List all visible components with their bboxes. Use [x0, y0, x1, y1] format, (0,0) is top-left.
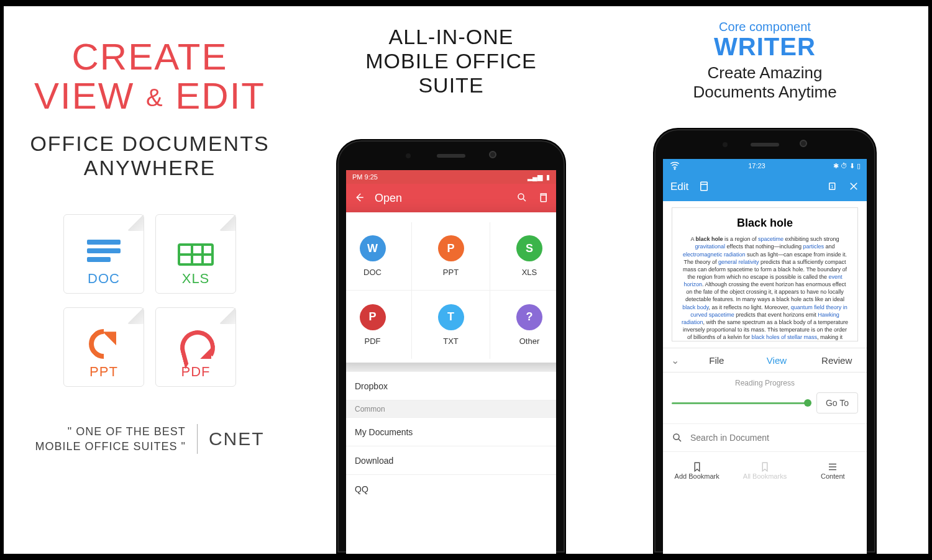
progress-slider[interactable] — [672, 402, 810, 404]
list-item-mydocuments[interactable]: My Documents — [346, 417, 556, 446]
svg-point-6 — [674, 434, 679, 440]
list-section-common: Common — [346, 400, 556, 417]
reading-progress: Reading Progress Go To — [663, 373, 867, 420]
filetype-badge: S — [516, 235, 542, 261]
panel3-subhead: Create Amazing Documents Anytime — [606, 63, 923, 102]
quote-source: CNET — [209, 428, 265, 449]
bookmark-icon — [759, 461, 770, 472]
panel-marketing: CREATE VIEW & EDIT OFFICE DOCUMENTS ANYW… — [4, 6, 296, 554]
phone-frame: 17:23 ✱ ⏱ ⬇ ▯ Edit 1 — [653, 128, 877, 554]
app-header: Open — [346, 184, 556, 212]
page-icon[interactable] — [698, 181, 710, 194]
filetype-label: Other — [519, 336, 540, 346]
header-title: Open — [375, 192, 402, 205]
app-header: Edit 1 — [663, 173, 867, 201]
action-all-bookmarks: All Bookmarks — [731, 452, 798, 489]
search-placeholder: Search in Document — [690, 433, 769, 443]
svg-rect-3 — [701, 182, 708, 191]
core-component-label: Core component — [606, 20, 923, 34]
filetype-label: XLS — [522, 268, 537, 277]
tool-tabs: ⌄ File View Review — [663, 348, 867, 373]
tile-label: PPT — [89, 364, 118, 380]
status-bar: PM 9:25 ▂▄▆ ▮ — [346, 170, 556, 184]
status-time: PM 9:25 — [352, 173, 378, 181]
reading-label: Reading Progress — [672, 379, 858, 387]
filetype-badge: ? — [516, 304, 542, 330]
xls-icon — [178, 243, 214, 266]
panel-writer: Core component WRITER Create Amazing Doc… — [606, 6, 923, 554]
list-item-qq[interactable]: QQ — [346, 474, 556, 503]
pages-icon[interactable]: 1 — [827, 181, 838, 194]
svg-rect-1 — [541, 195, 546, 202]
list-item-dropbox[interactable]: Dropbox — [346, 371, 556, 400]
tile-pdf: PDF — [155, 307, 236, 387]
phone-frame: PM 9:25 ▂▄▆ ▮ Open — [336, 139, 566, 554]
bottom-actions: Add Bookmark All Bookmarks Content — [663, 452, 867, 489]
panel-all-in-one: ALL-IN-ONE MOBILE OFFICE SUITE PM 9:25 ▂… — [296, 6, 606, 554]
ppt-icon — [89, 329, 119, 359]
tile-xls: XLS — [155, 214, 236, 294]
status-icons: ✱ ⏱ ⬇ ▯ — [833, 162, 861, 170]
tab-view[interactable]: View — [747, 355, 807, 366]
headline: CREATE VIEW & EDIT — [16, 37, 283, 115]
doc-title: Black hole — [681, 215, 849, 230]
svg-text:1: 1 — [831, 184, 833, 189]
format-tiles: DOC XLS PPT PDF — [63, 214, 236, 387]
filetype-ppt[interactable]: PPPT — [412, 222, 490, 291]
tile-doc: DOC — [63, 214, 144, 294]
search-icon[interactable] — [516, 192, 528, 205]
press-quote: " ONE OF THE BEST MOBILE OFFICE SUITES "… — [16, 424, 283, 454]
filetype-badge: T — [438, 304, 464, 330]
filetype-txt[interactable]: TTXT — [412, 291, 490, 359]
writer-label: WRITER — [606, 33, 923, 61]
document-page[interactable]: Black hole A black hole is a region of s… — [672, 207, 858, 341]
back-icon[interactable] — [354, 192, 365, 205]
search-icon — [672, 432, 683, 443]
doc-icon — [87, 236, 121, 266]
goto-button[interactable]: Go To — [816, 392, 858, 413]
tab-file[interactable]: File — [687, 355, 747, 366]
filetype-badge: P — [438, 235, 464, 261]
panel2-headline: ALL-IN-ONE MOBILE OFFICE SUITE — [296, 25, 606, 97]
filetype-label: TXT — [443, 336, 459, 346]
header-title: Edit — [670, 181, 688, 193]
status-bar: 17:23 ✱ ⏱ ⬇ ▯ — [663, 159, 867, 173]
bookmark-icon — [692, 461, 703, 472]
svg-point-0 — [518, 194, 524, 199]
svg-point-2 — [674, 168, 675, 169]
copy-icon[interactable] — [537, 192, 549, 205]
subheadline: OFFICE DOCUMENTS ANYWHERE — [16, 132, 283, 180]
doc-body: A black hole is a region of spacetime ex… — [681, 235, 849, 341]
pdf-icon — [180, 330, 211, 359]
filetype-label: PDF — [365, 336, 381, 346]
filetype-doc[interactable]: WDOC — [346, 222, 412, 291]
tab-review[interactable]: Review — [806, 355, 867, 366]
list-icon — [827, 461, 838, 472]
filetype-other[interactable]: ?Other — [490, 291, 556, 359]
filetype-xls[interactable]: SXLS — [490, 222, 556, 291]
status-time: 17:23 — [748, 162, 765, 169]
filetype-label: DOC — [363, 268, 381, 277]
wifi-icon — [669, 160, 680, 172]
chevron-down-icon[interactable]: ⌄ — [663, 355, 687, 366]
filetype-badge: P — [360, 304, 386, 330]
filetype-label: PPT — [443, 268, 459, 277]
locations-list: Dropbox Common My Documents Download QQ — [346, 371, 556, 503]
tile-label: DOC — [88, 271, 120, 287]
list-item-download[interactable]: Download — [346, 446, 556, 474]
tile-label: XLS — [182, 271, 210, 287]
action-add-bookmark[interactable]: Add Bookmark — [663, 452, 731, 489]
action-content[interactable]: Content — [799, 452, 867, 489]
status-icons: ▂▄▆ ▮ — [528, 173, 550, 181]
close-icon[interactable] — [848, 181, 859, 194]
search-in-document[interactable]: Search in Document — [663, 423, 867, 452]
filetype-picker: WDOCPPPTSXLSPPDFTTXT?Other — [346, 212, 556, 363]
tile-ppt: PPT — [63, 307, 144, 387]
filetype-badge: W — [360, 235, 386, 261]
filetype-pdf[interactable]: PPDF — [346, 291, 412, 359]
